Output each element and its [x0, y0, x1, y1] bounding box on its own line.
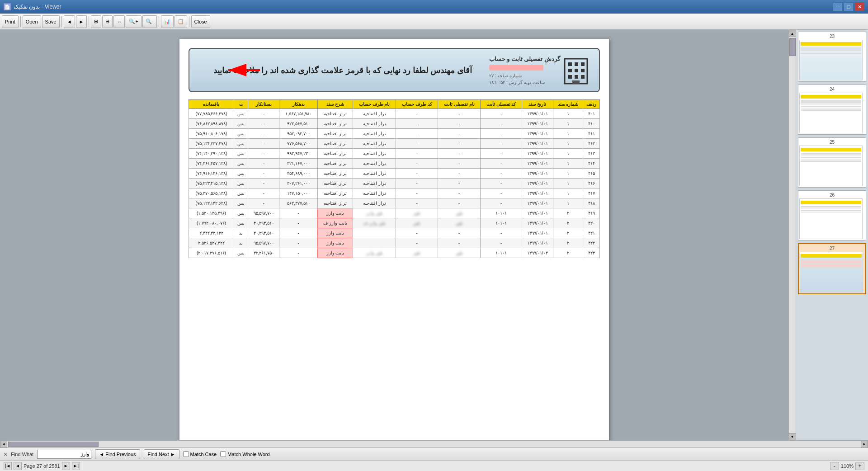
col-baqimandeh: باقیمانده: [189, 100, 234, 109]
svg-rect-9: [581, 75, 585, 79]
table-cell: (۷۵,۹۱۰,۸۰۶,۱۷۸): [189, 129, 234, 139]
table-cell: بلور: [438, 218, 481, 228]
find-close-button[interactable]: ×: [4, 451, 7, 458]
col-bestankar: بستانکار: [248, 100, 279, 109]
title-bar-left: 📄 بدون تفکیک - Viewer: [4, 3, 61, 10]
back-button[interactable]: ◄: [64, 15, 75, 28]
toolbar: Print Open Save ◄ ► ⊞ ⊟ ↔ 🔍+ 🔍- 📊 📋 Clos…: [0, 14, 868, 30]
export2-button[interactable]: 📋: [175, 15, 187, 28]
next-page-button[interactable]: ►: [62, 462, 70, 470]
table-cell: بس: [234, 129, 248, 139]
table-cell: بس: [234, 149, 248, 159]
first-page-button[interactable]: |◄: [4, 462, 12, 470]
table-cell: -: [481, 109, 522, 119]
building-icon: [560, 54, 592, 86]
table-cell: تراز افتتاحیه: [353, 139, 396, 149]
table-cell: ۱: [553, 109, 583, 119]
report-time-text: ساعت تهیه گزارش : ۱۸:۱۰:۵۴: [489, 80, 545, 85]
col-name-tafsili: نام تفصیلی ثابت: [438, 100, 481, 109]
table-row: ۴۲۲۲۱۳۹۹/۰۱/۰۱---بابت وارز-۹۵,۵۹۷,۷۰۰بد۲…: [189, 238, 600, 248]
scroll-thumb[interactable]: [789, 38, 796, 56]
table-cell: -: [279, 248, 318, 258]
thumb-23[interactable]: 23: [798, 32, 866, 82]
table-cell: -: [279, 218, 318, 228]
table-cell: -: [248, 109, 279, 119]
table-cell: ۴۱۱: [583, 129, 600, 139]
page-number-text: شماره صفحه : ۲۷: [489, 73, 522, 78]
maximize-button[interactable]: □: [844, 2, 854, 11]
table-cell: (۱,۵۳۰,۱۳۵,۴۹۶): [189, 208, 234, 218]
document-area[interactable]: گردش تفصیلی ثابت و حساب شماره صفحه : ۲۷ …: [0, 30, 788, 440]
zoom-out-button[interactable]: -: [830, 462, 839, 470]
table-cell: (۷۴,۱۴۰,۲۹۰,۱۳۸): [189, 149, 234, 159]
zoom-in-button[interactable]: +: [855, 462, 864, 470]
open-button[interactable]: Open: [23, 15, 41, 28]
close-toolbar-button[interactable]: Close: [191, 15, 210, 28]
table-cell: بلور: [396, 248, 438, 258]
table-row: ۴۰۱۱۱۳۹۹/۰۱/۰۱---تراز افتتاحیهتراز افتتا…: [189, 109, 600, 119]
table-cell: بلور وارز: [353, 248, 396, 258]
table-cell: ۴۱۰: [583, 119, 600, 129]
thumb-24[interactable]: 24: [798, 85, 866, 135]
fwd-button[interactable]: ►: [76, 15, 87, 28]
save-button[interactable]: Save: [42, 15, 60, 28]
match-whole-word-label[interactable]: Match Whole Word: [220, 451, 269, 457]
last-page-button[interactable]: ►|: [72, 462, 80, 470]
table-cell: ۱۳۹۹/۰۱/۰۲: [522, 248, 553, 258]
table-cell: -: [248, 169, 279, 179]
find-previous-button[interactable]: ◄ Find Previous: [95, 449, 140, 459]
col-kod-taraf: کد طرف حساب: [396, 100, 438, 109]
zoom-page-button[interactable]: ⊟: [102, 15, 113, 28]
table-cell: ۴۱۵: [583, 169, 600, 179]
toolbar-separator-1: [20, 16, 21, 27]
table-cell: (۱,۷۹۲,۰۸۰,۰۷۶): [189, 218, 234, 228]
table-cell: ۱۴۷,۱۵۰,۰۰۰: [279, 188, 318, 198]
table-cell: (۷۷,۷۸۵,۴۶۶,۳۷۸): [189, 109, 234, 119]
table-cell: -: [396, 228, 438, 238]
thumb-27[interactable]: 27: [798, 243, 866, 294]
report-header: گردش تفصیلی ثابت و حساب شماره صفحه : ۲۷ …: [189, 48, 600, 92]
thumb-26[interactable]: 26: [798, 190, 866, 240]
match-whole-word-checkbox[interactable]: [220, 451, 226, 457]
table-cell: ۱۳۹۹/۰۱/۰۱: [522, 149, 553, 159]
red-arrow-icon: [224, 61, 260, 79]
table-cell: -: [438, 228, 481, 238]
find-next-button[interactable]: Find Next ►: [144, 449, 179, 459]
zoom-plus-toolbar[interactable]: 🔍+: [126, 15, 141, 28]
horizontal-scrollbar[interactable]: ◄ ►: [0, 440, 868, 447]
table-cell: ۱۳۹۹/۰۱/۰۱: [522, 218, 553, 228]
find-input[interactable]: [37, 450, 91, 459]
title-bar: 📄 بدون تفکیک - Viewer ─ □ ✕: [0, 0, 868, 14]
prev-page-button[interactable]: ◄: [14, 462, 22, 470]
zoom-minus-toolbar[interactable]: 🔍-: [142, 15, 157, 28]
table-cell: -: [481, 159, 522, 169]
zoom-fit-button[interactable]: ⊞: [91, 15, 101, 28]
scroll-track[interactable]: [789, 37, 796, 433]
scroll-up-button[interactable]: ▲: [789, 30, 796, 37]
minimize-button[interactable]: ─: [833, 2, 843, 11]
match-case-label[interactable]: Match Case: [183, 451, 217, 457]
table-cell: ۴۲۱: [583, 228, 600, 238]
thumb-25[interactable]: 25: [798, 137, 866, 188]
table-cell: -: [438, 238, 481, 248]
table-cell: ۱۳۹۹/۰۱/۰۱: [522, 169, 553, 179]
table-cell: -: [481, 139, 522, 149]
table-cell: بابت وارز: [318, 248, 353, 258]
table-cell: -: [396, 169, 438, 179]
scroll-down-button[interactable]: ▼: [789, 433, 796, 440]
close-window-button[interactable]: ✕: [854, 2, 864, 11]
table-cell: (۷۵,۱۲۲,۱۴۲,۶۲۸): [189, 198, 234, 208]
print-button[interactable]: Print: [2, 15, 19, 28]
export-button[interactable]: 📊: [161, 15, 174, 28]
table-cell: ۱۳۹۹/۰۱/۰۱: [522, 198, 553, 208]
match-case-checkbox[interactable]: [183, 451, 189, 457]
scroll-left-button[interactable]: ◄: [0, 441, 7, 448]
table-row: ۴۲۳۲۱۳۹۹/۰۱/۰۲۱۰۱۰۱بلوربلوربلور وارزبابت…: [189, 248, 600, 258]
table-cell: ۴۱۶: [583, 179, 600, 188]
vertical-scrollbar[interactable]: ▲ ▼: [788, 30, 796, 440]
h-scroll-thumb[interactable]: [8, 442, 99, 447]
h-scroll-track[interactable]: [7, 441, 861, 447]
zoom-width-button[interactable]: ↔: [113, 15, 125, 28]
table-cell: ۹۵۲,۰۹۲,۷۰۰: [279, 129, 318, 139]
scroll-right-button[interactable]: ►: [861, 441, 868, 448]
